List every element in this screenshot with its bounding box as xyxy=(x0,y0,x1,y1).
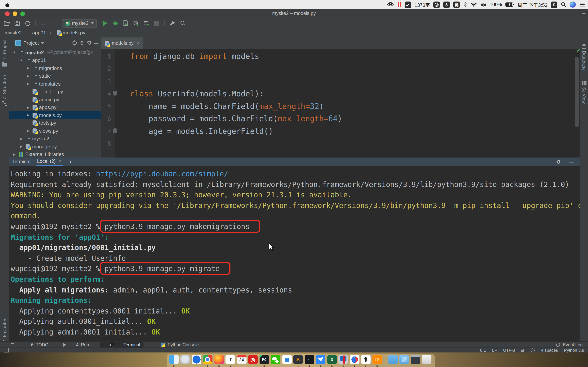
chevron-icon[interactable]: ▼ xyxy=(11,51,17,54)
rerun-button[interactable] xyxy=(142,19,150,27)
menu-item[interactable] xyxy=(97,2,105,8)
tool-window-button[interactable]: ☰ >_ Terminal xyxy=(99,342,144,348)
menu-item[interactable] xyxy=(105,2,114,8)
menu-item[interactable] xyxy=(88,2,97,8)
mic-input-icon[interactable] xyxy=(443,1,450,8)
dock-app-icon[interactable]: X xyxy=(327,355,337,367)
menu-item[interactable] xyxy=(13,2,21,8)
dock-app-icon[interactable] xyxy=(399,355,409,367)
dock-app-icon[interactable]: >_ xyxy=(304,355,314,367)
run-configuration-select[interactable]: dj mysite2 xyxy=(62,19,97,27)
tree-row[interactable]: ▶ __init__.py xyxy=(9,88,101,96)
menu-item[interactable] xyxy=(21,2,29,8)
tab-models-py[interactable]: models.py × xyxy=(101,37,143,49)
settings-wrench-icon[interactable] xyxy=(168,19,176,27)
run-button[interactable] xyxy=(101,19,109,27)
breadcrumb-item[interactable]: mysite2 xyxy=(5,30,22,35)
caret-position[interactable]: 8:1 xyxy=(480,348,486,352)
hide-panel-button[interactable]: ─ xyxy=(94,40,98,46)
open-button[interactable] xyxy=(3,19,11,27)
dock-app-icon[interactable]: ▦ xyxy=(282,355,292,367)
tree-row[interactable]: ▼ app01 xyxy=(9,56,101,64)
forward-button[interactable]: → xyxy=(50,19,57,27)
dock-app-icon[interactable] xyxy=(316,355,326,367)
tool-button-structure[interactable]: 7: Structure xyxy=(2,75,7,106)
tree-row[interactable]: ▶ models.py xyxy=(9,111,101,119)
terminal-settings-gear-icon[interactable] xyxy=(556,159,561,164)
tree-row[interactable]: ▶ templates xyxy=(9,80,101,88)
menu-item[interactable] xyxy=(38,2,46,8)
project-panel-title[interactable]: Project xyxy=(23,40,39,46)
terminal-tab-local[interactable]: Local (2) × xyxy=(35,158,63,166)
dock-app-icon[interactable] xyxy=(422,355,432,367)
tree-row[interactable]: ▶ apps.py xyxy=(9,103,101,111)
titlebar-plus-icon[interactable]: + xyxy=(582,10,586,17)
menu-item[interactable] xyxy=(80,2,88,8)
code-editor[interactable]: 1 from django.db import models 2 3 4 cla… xyxy=(101,49,579,158)
dock-app-icon[interactable] xyxy=(203,355,213,367)
gear-icon[interactable] xyxy=(87,40,92,45)
editor-scrollbar[interactable] xyxy=(575,57,579,127)
dock-app-icon[interactable]: ◎ xyxy=(248,355,258,367)
sogou-input-icon[interactable]: S xyxy=(551,1,557,8)
chevron-icon[interactable]: ▶ xyxy=(25,113,31,117)
tree-row[interactable]: ▶ tests.py xyxy=(9,119,101,127)
tool-button-project[interactable]: 1: Project xyxy=(2,39,7,66)
chevron-icon[interactable]: ▶ xyxy=(18,137,24,141)
save-all-button[interactable] xyxy=(13,19,21,27)
dock-app-icon[interactable] xyxy=(388,355,398,367)
siri-icon[interactable] xyxy=(570,1,576,8)
menu-item[interactable] xyxy=(29,2,38,8)
back-button[interactable]: ← xyxy=(39,19,47,27)
tree-row[interactable]: ▶ mysite2 xyxy=(9,135,101,142)
dock-app-icon[interactable]: S xyxy=(293,355,303,367)
dock-app-icon[interactable] xyxy=(180,355,190,367)
new-terminal-tab-button[interactable]: + xyxy=(69,158,72,165)
tool-window-button[interactable]: ☰ >_ 6: TODO xyxy=(7,342,52,348)
tree-row[interactable]: ▶ External Libraries xyxy=(9,150,101,158)
circles-app-icon[interactable] xyxy=(387,2,394,7)
chevron-icon[interactable]: ▼ xyxy=(18,58,24,62)
run-with-coverage-button[interactable] xyxy=(122,19,130,27)
collapse-all-button[interactable] xyxy=(80,40,84,45)
breadcrumb-item[interactable]: models.py xyxy=(46,30,85,35)
tool-window-button[interactable]: ☰ >_ Python Console xyxy=(150,342,202,348)
dock-app-icon[interactable]: 24 xyxy=(237,355,247,367)
terminal-output[interactable]: Looking in indexes: https://pypi.douban.… xyxy=(9,166,579,341)
wifi-icon[interactable] xyxy=(470,2,477,7)
emoji-input-icon[interactable] xyxy=(433,1,440,8)
tool-window-button[interactable]: ☰ >_ 4: Run xyxy=(59,342,92,348)
word-count-status[interactable]: 1370字 xyxy=(415,1,430,8)
notification-center-icon[interactable] xyxy=(579,2,585,7)
dock-app-icon[interactable] xyxy=(410,355,420,367)
event-log-button[interactable]: Event Log xyxy=(556,342,588,347)
file-encoding[interactable]: UTF-8 xyxy=(503,348,515,352)
line-ending[interactable]: LF xyxy=(492,348,497,352)
tree-row[interactable]: ▶ manage.py xyxy=(9,142,101,150)
dock-app-icon[interactable]: D xyxy=(372,355,382,367)
inspections-profile-icon[interactable] xyxy=(531,348,535,352)
dock-app-icon[interactable] xyxy=(383,355,386,367)
dock-app-icon[interactable] xyxy=(361,355,371,367)
tree-row[interactable]: ▶ views.py xyxy=(9,127,101,135)
chevron-icon[interactable]: ▶ xyxy=(18,145,24,149)
battery-icon[interactable] xyxy=(505,2,514,7)
bluetooth-icon[interactable] xyxy=(463,2,467,7)
chevron-icon[interactable]: ▶ xyxy=(25,82,31,86)
menu-item[interactable] xyxy=(63,2,72,8)
tree-row[interactable]: ▶ migrations xyxy=(9,64,101,72)
dock-app-icon[interactable] xyxy=(214,355,224,367)
close-icon[interactable]: × xyxy=(136,40,139,46)
profiler-button[interactable] xyxy=(132,19,140,27)
python-interpreter[interactable]: Python 3.9 xyxy=(564,348,584,352)
ime-language-icon[interactable]: 英 xyxy=(453,1,460,8)
chevron-icon[interactable]: ▶ xyxy=(11,152,17,156)
tree-row[interactable]: ▶ static xyxy=(9,72,101,80)
dock-app-icon[interactable]: PC xyxy=(259,355,269,367)
tool-button-sciview[interactable]: SciView xyxy=(582,81,586,104)
spotlight-search-icon[interactable] xyxy=(561,2,566,7)
locate-file-button[interactable] xyxy=(72,40,78,45)
menu-item[interactable] xyxy=(72,2,80,8)
dock-app-icon[interactable] xyxy=(349,355,359,367)
readonly-lock-icon[interactable] xyxy=(521,348,525,352)
